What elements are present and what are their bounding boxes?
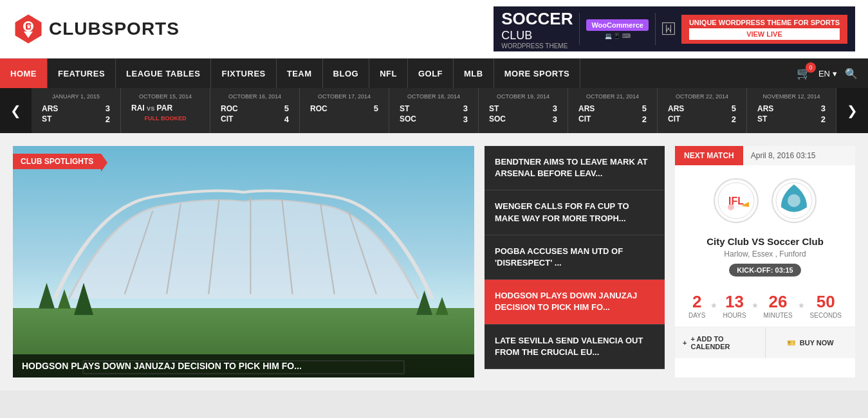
match-vs-title: City Club VS Soccer Club [675,236,855,250]
countdown-minutes: 26 MINUTES [764,292,793,319]
match-actions: + + ADD TO CALENDER 🎫 BUY NOW [675,327,855,358]
ticker-match-8[interactable]: OCTOBER 22, 2014 ARS CIT 5 2 [658,88,747,133]
news-item-2[interactable]: WENGER CALLS FOR FA CUP TO MAKE WAY FOR … [485,190,665,235]
star-separator-2: ★ [752,301,759,310]
news-item-4[interactable]: HODGSON PLAYS DOWN JANUZAJ DECISION TO P… [485,280,665,324]
next-match-date: April 8, 2016 03:15 [743,146,855,165]
tree [58,289,71,309]
svg-text:♛: ♛ [26,24,31,30]
nav-right: 🛒 0 EN ▾ 🔍 [786,66,868,80]
countdown-hours: 13 HOURS [723,292,746,319]
tree [436,297,448,315]
logo[interactable]: ♛ CLUBSPORTS [13,14,180,44]
countdown: 2 DAYS ★ 13 HOURS ★ 26 MINUTES ★ 50 SECO… [675,284,855,327]
nav-nfl[interactable]: NFL [369,59,408,88]
nav-team[interactable]: TEAM [277,59,323,88]
ticker-match-5[interactable]: OCTOBER 18, 2014 ST SOC 3 3 [389,88,479,133]
match-location: Harlow, Essex , Funford [675,250,855,264]
team1-logo: IFL [714,178,759,223]
news-item-3[interactable]: POGBA ACCUSES MAN UTD OF 'DISRESPECT' ..… [485,235,665,280]
spotlight-caption[interactable]: HODGSON PLAYS DOWN JANUZAJ DECISION TO P… [13,354,474,377]
calendar-icon: + [683,339,687,347]
club-spotlight: CLUB SPOTLIGHTS [13,146,474,377]
nav-fixtures[interactable]: FIXTURES [211,59,276,88]
ticker-items: JANUARY 1, 2015 ARS ST 3 2 OCTOBER 15, 2… [32,88,836,133]
site-header: ♛ CLUBSPORTS SOCCER CLUB WORDPRESS THEME… [0,0,868,59]
ticker-match-3[interactable]: OCTOBER 16, 2014 ROC CIT 5 4 [210,88,300,133]
nav-home[interactable]: HOME [0,59,48,88]
main-content: CLUB SPOTLIGHTS [0,133,868,390]
stadium-visual [13,146,474,377]
nav-items: HOME FEATURES LEAGUE TABLES FIXTURES TEA… [0,59,786,88]
ifl-logo-svg: IFL [717,181,755,220]
ticker-match-1[interactable]: JANUARY 1, 2015 ARS ST 3 2 [32,88,121,133]
nav-features[interactable]: FEATURES [48,59,116,88]
logo-icon: ♛ [13,14,44,44]
tree [74,283,93,315]
header-advertisement[interactable]: SOCCER CLUB WORDPRESS THEME WooCommerce … [494,6,855,51]
svg-point-17 [788,194,800,207]
logo-text: CLUBSPORTS [49,19,180,39]
team-logos: IFL [675,165,855,236]
search-icon[interactable]: 🔍 [845,68,858,80]
language-selector[interactable]: EN ▾ [818,69,837,78]
match-ticker: ❮ JANUARY 1, 2015 ARS ST 3 2 OCTOBER 15,… [0,88,868,133]
ad-divider2 [655,13,656,45]
ticker-match-2[interactable]: OCTOBER 15, 2014 RAI vs PAR FULL BOOKED [121,88,210,133]
main-navigation: HOME FEATURES LEAGUE TABLES FIXTURES TEA… [0,59,868,88]
countdown-seconds: 50 SECONDS [810,292,842,319]
chevron-down-icon: ▾ [833,69,837,78]
soccer-club-logo-svg [775,181,813,220]
next-match-panel: NEXT MATCH April 8, 2016 03:15 IFL [675,146,855,377]
spotlight-label: CLUB SPOTLIGHTS [13,154,101,169]
news-item-1[interactable]: BENDTNER AIMS TO LEAVE MARK AT ARSENAL B… [485,146,665,190]
nav-golf[interactable]: GOLF [408,59,454,88]
cart-badge: 0 [806,62,816,73]
trees-right [416,291,448,315]
tree [39,283,55,309]
ad-divider [579,13,580,45]
nav-blog[interactable]: BLOG [323,59,370,88]
spotlight-image [13,146,474,377]
ticker-match-7[interactable]: OCTOBER 21, 2014 ARS CIT 5 2 [568,88,658,133]
ad-unique: UNIQUE WORDPRESS THEME FOR SPORTS VIEW L… [681,15,847,44]
next-match-label: NEXT MATCH [675,146,743,165]
nav-mlb[interactable]: MLB [454,59,494,88]
ticker-match-9[interactable]: NOVEMBER 12, 2014 ARS ST 3 2 [747,88,836,133]
svg-point-15 [728,204,734,210]
ad-wp-icon: 🅆 [662,22,675,37]
nav-league-tables[interactable]: LEAGUE TABLES [116,59,211,88]
ticket-icon: 🎫 [787,339,796,347]
add-to-calendar-button[interactable]: + + ADD TO CALENDER [675,327,766,358]
cart-button[interactable]: 🛒 0 [797,66,811,80]
ad-woocommerce: WooCommerce 💻 📱 ⌨ [586,19,648,39]
ticker-match-4[interactable]: OCTOBER 17, 2014 ROC 5 [300,88,389,133]
next-match-header: NEXT MATCH April 8, 2016 03:15 [675,146,855,165]
tree [416,291,432,315]
ticker-prev-arrow[interactable]: ❮ [0,88,32,133]
ad-brand: SOCCER CLUB WORDPRESS THEME [501,9,573,50]
ticker-next-arrow[interactable]: ❯ [836,88,868,133]
nav-more-sports[interactable]: MORE SPORTS [494,59,581,88]
ticker-match-6[interactable]: OCTOBER 19, 2014 ST SOC 3 3 [479,88,568,133]
countdown-days: 2 DAYS [688,292,706,319]
news-item-5[interactable]: LATE SEVILLA SEND VALENCIA OUT FROM THE … [485,325,665,369]
buy-now-button[interactable]: 🎫 BUY NOW [766,327,856,358]
star-separator-3: ★ [798,301,805,310]
kickoff-badge: KICK-OFF: 03:15 [729,264,800,277]
trees [13,283,474,315]
team2-logo [771,178,817,223]
news-panel: BENDTNER AIMS TO LEAVE MARK AT ARSENAL B… [485,146,665,377]
star-separator-1: ★ [710,301,717,310]
